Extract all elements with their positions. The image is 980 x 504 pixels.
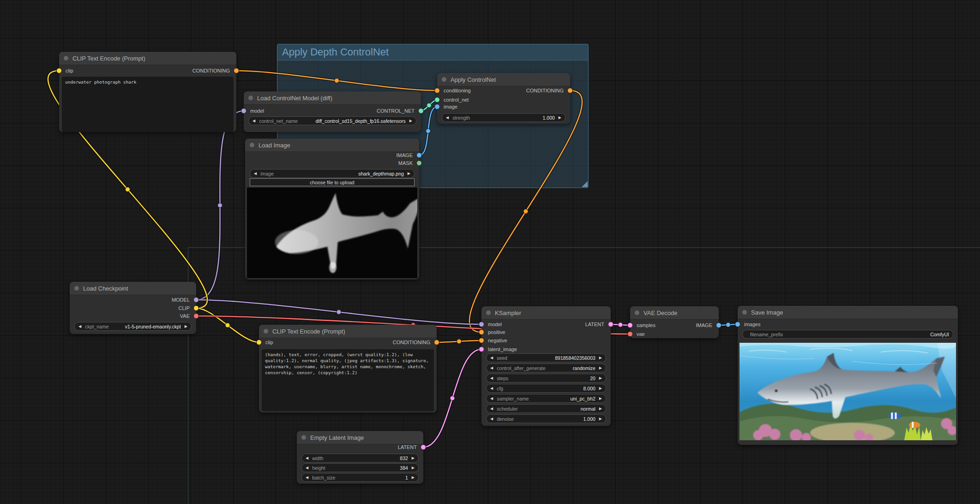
increment-arrow-icon[interactable]: ▶	[412, 475, 415, 480]
collapse-dot-icon[interactable]	[742, 310, 747, 315]
collapse-dot-icon[interactable]	[74, 286, 79, 291]
node-load-checkpoint[interactable]: Load Checkpoint MODEL CLIP VAE◀ckpt_name…	[70, 282, 196, 334]
increment-arrow-icon[interactable]: ▶	[599, 417, 602, 421]
strength-widget[interactable]: ◀strength 1.000▶	[442, 113, 565, 122]
increment-arrow-icon[interactable]: ▶	[599, 386, 602, 390]
control-after-generate-widget[interactable]: ◀control_after_generate randomize▶	[486, 364, 606, 372]
increment-arrow-icon[interactable]: ▶	[559, 115, 561, 120]
node-title-bar[interactable]: Save Image	[738, 306, 958, 319]
node-title-bar[interactable]: Load Checkpoint	[70, 282, 196, 295]
output-dot-latent[interactable]	[608, 322, 613, 327]
decrement-arrow-icon[interactable]: ◀	[446, 115, 449, 120]
output-dot-model[interactable]	[193, 297, 199, 303]
node-title-bar[interactable]: VAE Decode	[630, 306, 719, 320]
output-dot-image[interactable]	[716, 322, 721, 328]
decrement-arrow-icon[interactable]: ◀	[254, 171, 257, 176]
node-clip-text-encode-negative[interactable]: CLIP Text Encode (Prompt) clip CONDITION…	[259, 325, 437, 413]
decrement-arrow-icon[interactable]: ◀	[306, 456, 308, 460]
increment-arrow-icon[interactable]: ▶	[599, 407, 602, 411]
decrement-arrow-icon[interactable]: ◀	[490, 376, 493, 380]
node-load-image[interactable]: Load Image IMAGE MASK◀image shark_depthm…	[245, 139, 419, 279]
wire-midpoint-dot[interactable]	[126, 187, 130, 192]
input-dot-control_net[interactable]	[434, 97, 440, 103]
node-apply-controlnet[interactable]: Apply ControlNet conditioning control_ne…	[437, 73, 570, 124]
choose-file-button[interactable]: choose file to upload	[250, 178, 415, 186]
collapse-dot-icon[interactable]	[64, 56, 68, 61]
collapse-dot-icon[interactable]	[635, 310, 639, 315]
output-dot-mask[interactable]	[416, 160, 422, 166]
increment-arrow-icon[interactable]: ▶	[599, 366, 602, 370]
collapse-dot-icon[interactable]	[442, 77, 446, 82]
node-graph-canvas[interactable]: Apply Depth ControlNet CLIP Text Encode …	[0, 0, 980, 504]
wire-midpoint-dot[interactable]	[218, 203, 222, 208]
input-dot-clip[interactable]	[56, 68, 62, 73]
prompt-textarea[interactable]: (hands), text, error, cropped, (worst qu…	[262, 349, 434, 411]
input-dot-clip[interactable]	[256, 340, 262, 345]
batch-size-widget[interactable]: ◀batch_size 1▶	[301, 473, 419, 482]
output-dot-vae[interactable]	[193, 313, 199, 319]
output-dot-image[interactable]	[416, 152, 422, 158]
decrement-arrow-icon[interactable]: ◀	[490, 356, 493, 360]
increment-arrow-icon[interactable]: ▶	[185, 324, 187, 328]
steps-widget[interactable]: ◀steps 20▶	[486, 374, 606, 383]
input-dot-latent_image[interactable]	[479, 346, 484, 352]
node-title-bar[interactable]: CLIP Text Encode (Prompt)	[59, 52, 236, 65]
node-title-bar[interactable]: KSampler	[481, 306, 611, 320]
input-dot-vae[interactable]	[627, 331, 633, 337]
wire-midpoint-dot[interactable]	[523, 209, 528, 214]
output-dot-control_net[interactable]	[418, 108, 424, 114]
output-dot-conditioning[interactable]	[234, 68, 239, 73]
ckpt-name-widget[interactable]: ◀ckpt_name v1-5-pruned-emaonly.ckpt▶	[74, 322, 192, 331]
node-title-bar[interactable]: Apply ControlNet	[437, 73, 570, 86]
prompt-textarea[interactable]: underwater photograph shark	[62, 77, 234, 132]
node-ksampler[interactable]: KSampler model positive negative latent_…	[481, 306, 611, 426]
decrement-arrow-icon[interactable]: ◀	[490, 386, 493, 390]
sampler-name-widget[interactable]: ◀sampler_name uni_pc_bh2▶	[486, 394, 606, 403]
decrement-arrow-icon[interactable]: ◀	[78, 324, 81, 328]
width-widget[interactable]: ◀width 832▶	[301, 454, 419, 462]
decrement-arrow-icon[interactable]: ◀	[306, 466, 308, 470]
output-dot-clip[interactable]	[193, 305, 199, 311]
image-widget[interactable]: ◀image shark_depthmap.png▶	[250, 169, 415, 178]
group-header[interactable]: Apply Depth ControlNet	[277, 44, 588, 61]
increment-arrow-icon[interactable]: ▶	[599, 376, 602, 380]
node-clip-text-encode-positive[interactable]: CLIP Text Encode (Prompt) clip CONDITION…	[59, 52, 236, 132]
input-dot-image[interactable]	[434, 104, 440, 109]
increment-arrow-icon[interactable]: ▶	[408, 171, 410, 176]
increment-arrow-icon[interactable]: ▶	[412, 466, 415, 470]
input-dot-conditioning[interactable]	[434, 88, 440, 93]
output-dot-latent[interactable]	[421, 444, 426, 450]
decrement-arrow-icon[interactable]: ◀	[490, 407, 493, 411]
group-resize-handle[interactable]	[582, 181, 588, 187]
cfg-widget[interactable]: ◀cfg 8.000▶	[486, 384, 606, 393]
node-vae-decode[interactable]: VAE Decode samples vae IMAGE	[630, 306, 719, 338]
height-widget[interactable]: ◀height 384▶	[301, 463, 419, 472]
collapse-dot-icon[interactable]	[486, 310, 491, 315]
decrement-arrow-icon[interactable]: ◀	[253, 119, 255, 123]
filename-prefix-widget[interactable]: filename_prefix ComfyUI	[742, 330, 953, 339]
output-dot-conditioning[interactable]	[567, 88, 573, 93]
input-dot-model[interactable]	[241, 108, 247, 114]
input-dot-model[interactable]	[479, 322, 484, 327]
decrement-arrow-icon[interactable]: ◀	[306, 475, 308, 480]
seed-widget[interactable]: ◀seed 891858402356003▶	[486, 353, 606, 362]
input-dot-images[interactable]	[735, 322, 740, 327]
decrement-arrow-icon[interactable]: ◀	[490, 366, 493, 370]
collapse-dot-icon[interactable]	[250, 143, 254, 147]
node-empty-latent-image[interactable]: Empty Latent Image LATENT◀width 832▶◀hei…	[297, 431, 423, 484]
input-dot-positive[interactable]	[479, 329, 484, 335]
collapse-dot-icon[interactable]	[301, 435, 306, 440]
node-title-bar[interactable]: Load Image	[245, 139, 419, 152]
decrement-arrow-icon[interactable]: ◀	[490, 417, 493, 421]
node-save-image[interactable]: Save Image imagesfilename_prefix ComfyUI	[738, 306, 958, 445]
control-net-name-widget[interactable]: ◀control_net_name diff_control_sd15_dept…	[248, 116, 416, 125]
increment-arrow-icon[interactable]: ▶	[599, 396, 602, 401]
node-title-bar[interactable]: CLIP Text Encode (Prompt)	[259, 325, 437, 338]
collapse-dot-icon[interactable]	[264, 329, 268, 334]
increment-arrow-icon[interactable]: ▶	[599, 356, 602, 360]
decrement-arrow-icon[interactable]: ◀	[490, 396, 493, 401]
node-title-bar[interactable]: Empty Latent Image	[297, 431, 423, 444]
increment-arrow-icon[interactable]: ▶	[409, 119, 412, 123]
node-load-controlnet[interactable]: Load ControlNet Model (diff) model CONTR…	[244, 91, 421, 132]
scheduler-widget[interactable]: ◀scheduler normal▶	[486, 404, 606, 413]
